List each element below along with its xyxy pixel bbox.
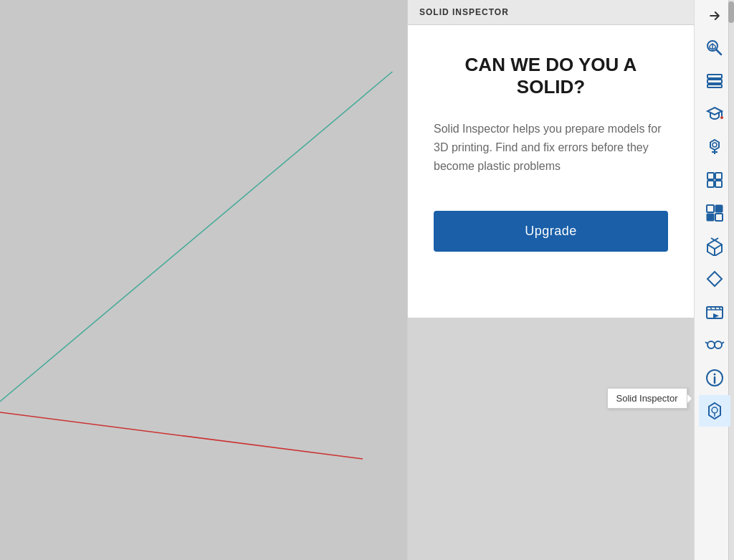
- svg-rect-7: [707, 85, 722, 87]
- svg-point-32: [715, 341, 722, 348]
- eraser-tool-icon[interactable]: [699, 263, 730, 295]
- svg-rect-6: [707, 80, 722, 83]
- svg-point-31: [707, 341, 715, 348]
- svg-rect-16: [715, 173, 722, 179]
- svg-point-40: [712, 407, 718, 413]
- scroll-thumb[interactable]: [728, 1, 734, 23]
- svg-point-10: [720, 116, 723, 119]
- svg-line-1: [0, 412, 363, 459]
- box-open-tool-icon[interactable]: [699, 230, 730, 262]
- solid-inspector-tool-icon[interactable]: Solid Inspector: [699, 395, 730, 427]
- svg-rect-22: [715, 214, 723, 221]
- right-toolbar: Solid Inspector: [694, 0, 734, 560]
- svg-rect-17: [707, 181, 714, 187]
- layers-tool-icon[interactable]: [699, 65, 730, 97]
- inspector-bottom-area: [408, 318, 694, 560]
- glasses-tool-icon[interactable]: [699, 329, 730, 361]
- svg-marker-11: [710, 140, 719, 150]
- svg-marker-30: [713, 313, 719, 318]
- inspector-description: Solid Inspector helps you prepare models…: [434, 120, 668, 175]
- svg-line-35: [722, 342, 724, 343]
- svg-rect-19: [707, 205, 714, 212]
- video-tool-icon[interactable]: [699, 296, 730, 328]
- svg-line-34: [705, 342, 707, 343]
- svg-rect-21: [707, 214, 714, 221]
- svg-rect-15: [707, 173, 714, 179]
- svg-marker-24: [707, 272, 722, 286]
- inspector-heading: CAN WE DO YOU A SOLID?: [434, 54, 668, 98]
- rubik-tool-icon[interactable]: [699, 197, 730, 229]
- inspector-header: SOLID INSPECTOR: [408, 0, 694, 25]
- arrow-right-icon: [707, 9, 722, 23]
- inspector-content: CAN WE DO YOU A SOLID? Solid Inspector h…: [408, 25, 694, 318]
- inspector-panel-title: SOLID INSPECTOR: [419, 7, 509, 17]
- svg-line-0: [0, 72, 392, 402]
- cube-parts-tool-icon[interactable]: [699, 164, 730, 196]
- svg-line-3: [716, 50, 721, 55]
- svg-point-37: [713, 374, 715, 376]
- upgrade-button[interactable]: Upgrade: [434, 211, 668, 252]
- svg-point-12: [712, 143, 717, 147]
- graduate-tool-icon[interactable]: [699, 98, 730, 130]
- gear-hex-tool-icon[interactable]: [699, 131, 730, 163]
- inspector-panel: SOLID INSPECTOR CAN WE DO YOU A SOLID? S…: [407, 0, 694, 560]
- toolbar-arrow-button[interactable]: [699, 1, 730, 30]
- info-tool-icon[interactable]: [699, 362, 730, 394]
- svg-rect-5: [707, 75, 722, 78]
- canvas-area: [0, 0, 407, 560]
- svg-rect-20: [715, 205, 723, 212]
- search-cube-tool-icon[interactable]: [699, 32, 730, 64]
- svg-rect-18: [715, 181, 722, 187]
